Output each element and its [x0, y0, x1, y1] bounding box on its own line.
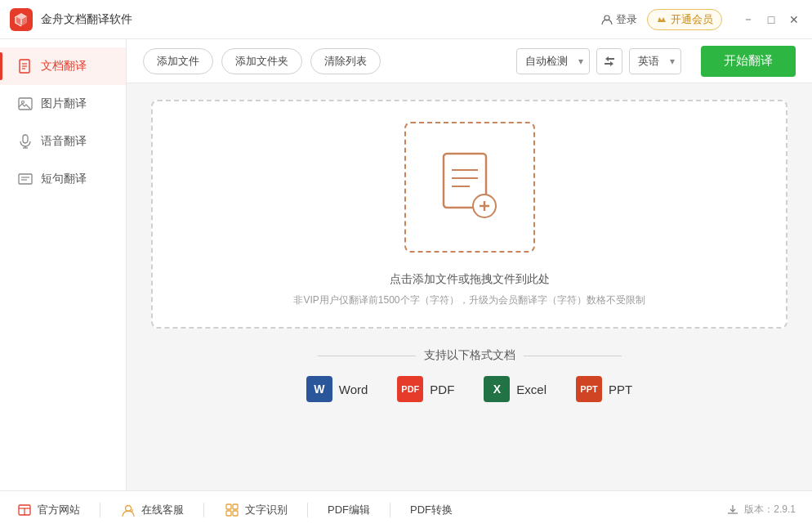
sidebar: 文档翻译 图片翻译 语音翻译 [0, 39, 127, 490]
svg-rect-10 [19, 174, 32, 184]
footer-ocr[interactable]: 文字识别 [224, 502, 288, 518]
excel-icon: X [484, 376, 510, 402]
sidebar-item-voice[interactable]: 语音翻译 [0, 123, 126, 160]
drop-zone[interactable]: 点击添加文件或拖拽文件到此处 非VIP用户仅翻译前1500个字（字符），升级为会… [151, 100, 787, 329]
sidebar-doc-label: 文档翻译 [41, 59, 87, 74]
lang-select-group: 自动检测 中文 英语 英语 中文 日语 韩语 [516, 46, 796, 77]
footer-service[interactable]: 在线客服 [120, 502, 184, 518]
sidebar-sentence-label: 短句翻译 [41, 172, 87, 186]
drop-secondary-text: 非VIP用户仅翻译前1500个字（字符），升级为会员翻译字（字符）数格不受限制 [293, 293, 645, 307]
format-excel: X Excel [484, 376, 547, 402]
content-area: 添加文件 添加文件夹 清除列表 自动检测 中文 英语 [127, 39, 812, 490]
footer-version: 版本：2.9.1 [726, 503, 796, 517]
pdf-label: PDF [430, 383, 454, 396]
vip-icon [656, 14, 667, 25]
ppt-icon: PPT [576, 376, 602, 402]
target-lang-dropdown[interactable]: 英语 中文 日语 韩语 [629, 48, 681, 74]
start-translate-button[interactable]: 开始翻译 [701, 46, 796, 77]
swap-icon [602, 54, 617, 69]
word-icon: W [306, 376, 332, 402]
drop-doc-icon [437, 150, 502, 224]
source-lang-dropdown[interactable]: 自动检测 中文 英语 [516, 48, 590, 74]
formats-line-left [318, 356, 416, 356]
footer-divider-3 [307, 503, 308, 517]
ocr-icon [224, 502, 240, 518]
svg-rect-26 [226, 511, 231, 516]
toolbar: 添加文件 添加文件夹 清除列表 自动检测 中文 英语 [127, 39, 812, 83]
footer-divider-1 [100, 503, 100, 517]
svg-rect-25 [233, 504, 238, 509]
format-word: W Word [306, 376, 368, 402]
target-lang-select[interactable]: 英语 中文 日语 韩语 [629, 48, 681, 74]
excel-label: Excel [516, 383, 547, 396]
pdf-icon: PDF [397, 376, 423, 402]
footer: 官方网站 在线客服 文字识别 PDF编辑 PDF转换 [0, 490, 812, 528]
add-file-button[interactable]: 添加文件 [143, 48, 213, 74]
word-label: Word [339, 383, 368, 396]
footer-pdf-edit[interactable]: PDF编辑 [328, 503, 370, 517]
main-layout: 文档翻译 图片翻译 语音翻译 [0, 39, 812, 490]
sidebar-item-image[interactable]: 图片翻译 [0, 85, 126, 123]
ppt-label: PPT [609, 383, 632, 396]
formats-title: 支持以下格式文档 [424, 348, 515, 363]
formats-list: W Word PDF PDF X Excel PPT PPT [306, 376, 632, 402]
footer-pdf-convert[interactable]: PDF转换 [410, 503, 453, 517]
website-icon [16, 502, 33, 518]
image-translate-icon [16, 95, 34, 113]
footer-website[interactable]: 官方网站 [16, 502, 80, 518]
window-controls: － □ ✕ [740, 11, 802, 28]
doc-translate-icon [16, 57, 34, 75]
sentence-translate-icon [16, 170, 34, 188]
formats-section: 支持以下格式文档 W Word PDF PDF X Excel [151, 348, 787, 402]
drop-icon-wrapper [404, 122, 535, 253]
app-title: 金舟文档翻译软件 [41, 12, 601, 27]
formats-title-row: 支持以下格式文档 [151, 348, 787, 363]
app-logo [10, 8, 33, 31]
svg-rect-27 [233, 511, 238, 516]
maximize-button[interactable]: □ [763, 11, 779, 28]
drop-area-wrapper: 点击添加文件或拖拽文件到此处 非VIP用户仅翻译前1500个字（字符），升级为会… [127, 83, 812, 490]
titlebar: 金舟文档翻译软件 登录 开通会员 － □ ✕ [0, 0, 812, 39]
svg-point-6 [22, 101, 25, 104]
user-icon [601, 14, 613, 25]
sidebar-voice-label: 语音翻译 [41, 134, 87, 149]
minimize-button[interactable]: － [740, 11, 756, 28]
format-ppt: PPT PPT [576, 376, 632, 402]
service-icon [120, 502, 136, 518]
clear-list-button[interactable]: 清除列表 [310, 48, 381, 74]
source-lang-select[interactable]: 自动检测 中文 英语 [516, 48, 590, 74]
login-button[interactable]: 登录 [601, 12, 637, 27]
add-folder-button[interactable]: 添加文件夹 [221, 48, 302, 74]
sidebar-item-doc[interactable]: 文档翻译 [0, 47, 126, 85]
sidebar-item-sentence[interactable]: 短句翻译 [0, 160, 126, 198]
formats-line-right [524, 356, 622, 356]
footer-divider-4 [390, 503, 390, 517]
svg-rect-24 [226, 504, 231, 509]
download-icon [726, 503, 739, 517]
version-text: 版本：2.9.1 [744, 503, 796, 517]
close-button[interactable]: ✕ [786, 11, 802, 28]
drop-primary-text: 点击添加文件或拖拽文件到此处 [390, 272, 550, 287]
svg-rect-7 [23, 135, 28, 143]
voice-translate-icon [16, 132, 34, 150]
swap-lang-button[interactable] [596, 48, 622, 74]
format-pdf: PDF PDF [397, 376, 454, 402]
titlebar-right: 登录 开通会员 － □ ✕ [601, 9, 802, 30]
footer-divider-2 [203, 503, 204, 517]
sidebar-image-label: 图片翻译 [41, 96, 87, 111]
vip-button[interactable]: 开通会员 [647, 9, 722, 30]
